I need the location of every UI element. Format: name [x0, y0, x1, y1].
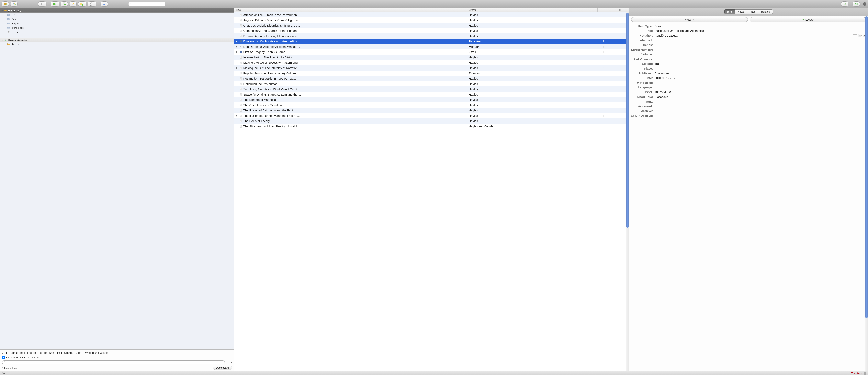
item-row[interactable]: Refiguring the Posthuman Hayles — [235, 81, 629, 87]
quick-search-input[interactable] — [132, 3, 162, 5]
item-title: The Complexities of Seriation — [244, 103, 282, 107]
toggle-tab-button[interactable] — [853, 1, 860, 6]
item-row[interactable]: The Complexities of Seriation Hayles — [235, 102, 629, 108]
actions-menu-button[interactable] — [38, 1, 46, 6]
scrollbar-thumb[interactable] — [865, 16, 868, 318]
tab-related[interactable]: Related — [758, 9, 773, 14]
metadata-value[interactable]: Dissensus — [654, 95, 866, 98]
new-group-button[interactable] — [10, 1, 18, 6]
tag-chip[interactable]: Books and Literature — [10, 351, 36, 354]
metadata-row: Place: — [629, 66, 866, 71]
resize-grip-icon[interactable] — [864, 372, 866, 375]
column-header-title[interactable]: Title — [235, 8, 467, 12]
view-button[interactable]: View — [631, 17, 747, 22]
tab-info[interactable]: Info — [724, 9, 735, 14]
disclosure-triangle[interactable] — [235, 40, 238, 43]
metadata-value[interactable]: Continuum — [654, 71, 866, 75]
item-creator: Hayles — [467, 56, 598, 59]
sync-button[interactable] — [841, 1, 848, 6]
column-header-creator[interactable]: Creator — [467, 8, 598, 12]
item-row[interactable]: Commentary: The Search for the Human Hay… — [235, 28, 629, 33]
disclosure-triangle[interactable] — [235, 45, 238, 48]
item-row[interactable]: The Borders of Madness Hayles — [235, 97, 629, 102]
item-row[interactable]: The Slipstream of Mixed Reality: Unstabl… — [235, 124, 629, 129]
new-item-button[interactable] — [51, 1, 59, 6]
locate-button[interactable]: Locate — [750, 17, 866, 22]
sync-icon — [843, 2, 846, 6]
group-libraries-header[interactable]: Group Libraries — [0, 38, 234, 42]
collection-item[interactable]: Infinite Jest — [0, 26, 234, 30]
author-swap-icon[interactable] — [853, 34, 857, 37]
trash-item[interactable]: Trash — [0, 30, 234, 34]
item-row[interactable]: Postmodern Parataxis: Embodied Texts, … … — [235, 76, 629, 81]
tag-chip[interactable]: Point Omega (Book) — [57, 351, 82, 354]
add-attachment-button[interactable] — [88, 1, 96, 6]
toolbar: ✕ — [0, 0, 868, 8]
item-row[interactable]: Afterword: The Human in the Posthuman Ha… — [235, 12, 629, 18]
tag-chip[interactable]: Writing and Writers — [85, 351, 109, 354]
tri-right-icon[interactable] — [231, 362, 232, 363]
metadata-value[interactable]: Tra — [654, 62, 866, 65]
item-title: Popular Songs as Revolutionary Culture i… — [244, 71, 302, 75]
tag-search-input[interactable] — [7, 361, 223, 364]
item-row[interactable]: Don DeLillo, a Writer by Accident Whose … — [235, 44, 629, 49]
advanced-search-button[interactable] — [101, 1, 108, 6]
display-all-tags-checkbox[interactable] — [2, 356, 5, 359]
item-row[interactable]: First As Tragedy, Then As Farce Zizek 1 — [235, 49, 629, 55]
metadata-value[interactable]: Dissensus: On Politics and Aesthetics — [654, 29, 866, 32]
author-remove-button[interactable]: − — [858, 34, 862, 37]
item-row[interactable]: The Illusion of Autonomy and the Fact of… — [235, 113, 629, 118]
library-header[interactable]: My Library — [0, 8, 234, 12]
chevron-down-icon[interactable] — [163, 3, 164, 5]
item-row[interactable]: Making the Cut: The Interplay of Narrati… — [235, 65, 629, 70]
item-creator: Rancière — [467, 40, 598, 43]
item-title: The Perils of Theory — [244, 119, 270, 123]
item-row[interactable]: Space for Writing: Stanislaw Lem and the… — [235, 92, 629, 97]
details-scrollbar[interactable] — [865, 16, 868, 371]
metadata-value[interactable]: Rancière , Jacq… — [654, 34, 852, 37]
metadata-value[interactable]: Book — [654, 24, 866, 28]
column-picker[interactable] — [610, 8, 629, 12]
item-row[interactable]: Desiring Agency: Limiting Metaphors and…… — [235, 33, 629, 39]
metadata-row: Edition: Tra — [629, 62, 866, 66]
item-row[interactable]: Popular Songs as Revolutionary Culture i… — [235, 70, 629, 76]
metadata-value[interactable]: 1847064450 — [654, 90, 866, 94]
quick-search-field[interactable] — [128, 2, 165, 6]
metadata-row: Publisher: Continuum — [629, 71, 866, 76]
new-note-button[interactable] — [78, 1, 87, 6]
collection-item[interactable]: 1919 — [0, 12, 234, 17]
deselect-all-button[interactable]: Deselect All — [213, 366, 232, 370]
group-collection-item[interactable]: Part Is — [0, 42, 234, 46]
metadata-value[interactable]: 2010-03-17y m d — [654, 76, 866, 80]
item-row[interactable]: Making a Virtue of Necessity: Pattern an… — [235, 60, 629, 65]
tag-color-grid-icon[interactable] — [226, 361, 229, 364]
collection-item[interactable]: Delillo — [0, 17, 234, 21]
item-row[interactable]: Anger in Different Voices: Carol Gilliga… — [235, 18, 629, 23]
item-creator: Hayles — [467, 98, 598, 101]
close-button[interactable]: ✕ — [863, 2, 866, 6]
tab-tags[interactable]: Tags — [747, 9, 758, 14]
item-row[interactable]: Simulating Narratives: What Virtual Crea… — [235, 87, 629, 92]
new-item-from-page-button[interactable] — [61, 1, 68, 6]
tag-chip[interactable]: 9/11 — [2, 351, 7, 354]
disclosure-triangle[interactable] — [235, 67, 238, 69]
items-scrollbar[interactable] — [626, 12, 629, 371]
disclosure-triangle[interactable] — [235, 115, 238, 117]
scrollbar-thumb[interactable] — [626, 12, 629, 228]
add-by-identifier-button[interactable] — [69, 1, 76, 6]
tab-notes[interactable]: Notes — [735, 9, 747, 14]
disclosure-triangle[interactable] — [235, 51, 238, 54]
collections-tree[interactable]: My Library 1919DelilloHaylesInfinite Jes… — [0, 8, 234, 349]
item-row[interactable]: Dissensus: On Politics and Aesthetics Ra… — [235, 39, 629, 44]
item-row[interactable]: The Perils of Theory Hayles — [235, 118, 629, 124]
tag-chip[interactable]: DeLillo, Don — [39, 351, 54, 354]
column-header-attachments[interactable]: + — [598, 8, 610, 12]
collection-label: Delillo — [11, 18, 18, 21]
tag-search-field[interactable] — [2, 361, 225, 365]
collection-item[interactable]: Hayles — [0, 21, 234, 26]
item-row[interactable]: Chaos as Orderly Disorder: Shifting Grou… — [235, 23, 629, 28]
item-row[interactable]: Intermediation: The Pursuit of a Vision … — [235, 55, 629, 60]
item-row[interactable]: The Illusion of Autonomy and the Fact of… — [235, 108, 629, 113]
chevron-down-icon — [56, 3, 58, 5]
new-collection-button[interactable] — [2, 1, 9, 6]
